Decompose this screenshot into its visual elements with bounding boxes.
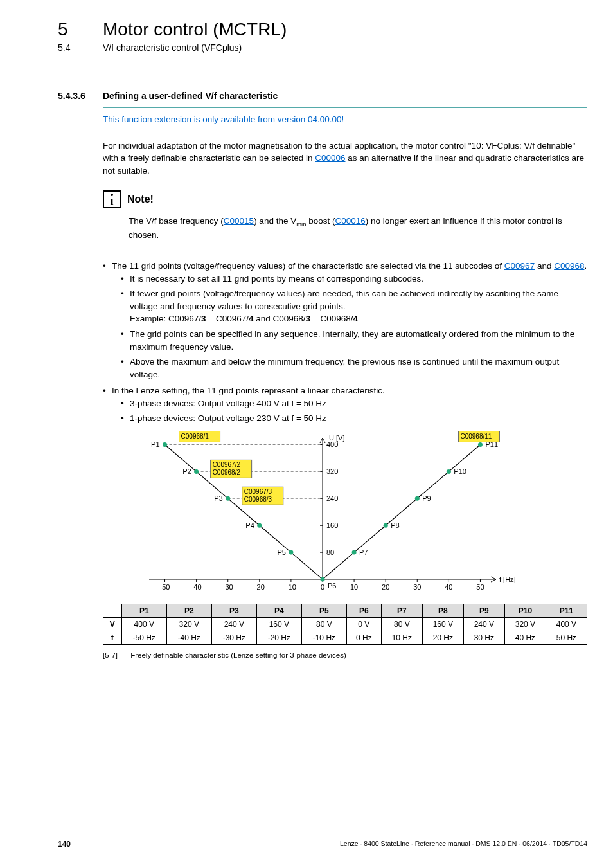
- table-header-cell: P4: [256, 604, 301, 617]
- page-footer: 140 Lenze · 8400 StateLine · Reference m…: [58, 840, 587, 849]
- table-cell: 80 V: [381, 617, 422, 631]
- svg-point-57: [447, 469, 451, 474]
- svg-text:80: 80: [326, 548, 334, 556]
- table-row: f-50 Hz-40 Hz-30 Hz-20 Hz-10 Hz0 Hz10 Hz…: [103, 631, 587, 644]
- svg-text:-10: -10: [286, 583, 296, 591]
- table-body: V400 V320 V240 V160 V80 V0 V80 V160 V240…: [103, 617, 587, 644]
- list-item: The 11 grid points (voltage/frequency va…: [103, 260, 587, 381]
- table-row-label: V: [103, 617, 122, 631]
- link-c00016[interactable]: C00016: [335, 216, 365, 226]
- note-sub: min: [296, 221, 306, 228]
- divider-dashes: _ _ _ _ _ _ _ _ _ _ _ _ _ _ _ _ _ _ _ _ …: [58, 66, 587, 75]
- table-cell: 160 V: [422, 617, 463, 631]
- svg-point-41: [194, 469, 199, 474]
- table-cell: 320 V: [504, 617, 546, 631]
- svg-text:P2: P2: [182, 467, 191, 475]
- divider: [103, 134, 587, 134]
- table-cell: 80 V: [301, 617, 346, 631]
- caption-text: Freely definable characteristic (Lenze s…: [130, 651, 346, 659]
- table-header-cell: P2: [166, 604, 211, 617]
- bullet-list: The 11 grid points (voltage/frequency va…: [103, 260, 587, 425]
- example-text: Example: C00967/3 = C00967/4 and C00968/…: [130, 314, 358, 323]
- svg-text:C00968/1: C00968/1: [181, 433, 209, 440]
- svg-point-55: [415, 496, 420, 501]
- note-body: The V/f base frequency (C00015) and the …: [129, 215, 587, 241]
- svg-point-53: [384, 523, 388, 528]
- svg-text:f [Hz]: f [Hz]: [499, 575, 516, 583]
- svg-text:-40: -40: [191, 583, 202, 591]
- link-c00968[interactable]: C00968: [554, 261, 584, 271]
- svg-text:P3: P3: [214, 494, 222, 502]
- svg-text:P5: P5: [277, 548, 285, 556]
- subsection-heading: 5.4 V/f characteristic control (VFCplus): [58, 42, 587, 53]
- svg-point-43: [226, 496, 230, 501]
- svg-text:C00967/2: C00967/2: [213, 461, 241, 468]
- link-c00967[interactable]: C00967: [504, 261, 535, 271]
- subsection-number: 5.4: [58, 42, 103, 53]
- note-text: The V/f base frequency (: [129, 216, 224, 226]
- svg-text:P8: P8: [391, 521, 399, 529]
- divider: [103, 107, 587, 108]
- table-cell: 0 Hz: [346, 631, 381, 644]
- svg-point-59: [478, 442, 483, 447]
- chapter-number: 5: [58, 19, 103, 40]
- list-text: .: [584, 261, 587, 271]
- svg-text:P1: P1: [151, 440, 159, 448]
- svg-text:C00968/11: C00968/11: [460, 433, 492, 440]
- svg-text:240: 240: [326, 494, 338, 502]
- svg-text:P7: P7: [359, 548, 368, 556]
- svg-text:320: 320: [326, 467, 338, 475]
- list-item: Above the maximum and below the minimum …: [121, 356, 587, 381]
- table-cell: 160 V: [256, 617, 301, 631]
- list-item: In the Lenze setting, the 11 grid points…: [103, 384, 587, 425]
- footer-doc-info: Lenze · 8400 StateLine · Reference manua…: [340, 840, 587, 849]
- list-item: If fewer grid points (voltage/frequency …: [121, 287, 587, 325]
- table-cell: 400 V: [121, 617, 166, 631]
- svg-point-47: [289, 550, 293, 555]
- note-header: ı Note!: [103, 190, 587, 208]
- svg-text:P10: P10: [454, 467, 466, 475]
- figure-caption: [5-7] Freely definable characteristic (L…: [103, 651, 587, 659]
- svg-text:20: 20: [382, 583, 389, 591]
- grid-points-table: P1P2P3P4P5P6P7P8P9P10P11 V400 V320 V240 …: [103, 604, 587, 645]
- info-icon: ı: [103, 190, 121, 208]
- table-cell: 240 V: [463, 617, 504, 631]
- table-header-cell: P8: [422, 604, 463, 617]
- table-header-cell: P7: [381, 604, 422, 617]
- list-text: In the Lenze setting, the 11 grid points…: [112, 386, 385, 395]
- note-text: ) and the V: [254, 216, 296, 226]
- note-title: Note!: [127, 194, 154, 205]
- table-row: V400 V320 V240 V160 V80 V0 V80 V160 V240…: [103, 617, 587, 631]
- table-cell: 400 V: [546, 617, 587, 631]
- list-item: The grid points can be specified in any …: [121, 328, 587, 353]
- link-c00015[interactable]: C00015: [224, 216, 254, 226]
- note-block: ı Note! The V/f base frequency (C00015) …: [103, 185, 587, 249]
- table-header-cell: P6: [346, 604, 381, 617]
- svg-text:50: 50: [476, 583, 484, 591]
- table-header-cell: P3: [211, 604, 256, 617]
- svg-text:C00967/11: C00967/11: [460, 431, 492, 432]
- table-cell: -50 Hz: [121, 631, 166, 644]
- table-cell: 320 V: [166, 617, 211, 631]
- svg-point-39: [163, 442, 167, 447]
- svg-text:-20: -20: [254, 583, 265, 591]
- svg-text:40: 40: [445, 583, 452, 591]
- table-cell: -10 Hz: [301, 631, 346, 644]
- chapter-heading: 5 Motor control (MCTRL): [58, 19, 587, 40]
- table-header-cell: P9: [463, 604, 504, 617]
- svg-text:-30: -30: [223, 583, 233, 591]
- caption-tag: [5-7]: [103, 651, 129, 659]
- svg-text:C00967/3: C00967/3: [244, 488, 272, 495]
- svg-point-45: [257, 523, 262, 528]
- section-title: Defining a user-defined V/f characterist…: [103, 91, 278, 101]
- section-number: 5.4.3.6: [58, 91, 103, 101]
- table-cell: 30 Hz: [463, 631, 504, 644]
- list-item: It is necessary to set all 11 grid point…: [121, 273, 587, 285]
- svg-point-49: [321, 577, 325, 581]
- list-item: 1-phase devices: Output voltage 230 V at…: [121, 412, 587, 425]
- link-c00006[interactable]: C00006: [315, 153, 345, 163]
- svg-text:U [V]: U [V]: [329, 434, 344, 442]
- table-header-cell: [103, 604, 122, 617]
- table-cell: 40 Hz: [504, 631, 546, 644]
- list-item: 3-phase devices: Output voltage 400 V at…: [121, 397, 587, 410]
